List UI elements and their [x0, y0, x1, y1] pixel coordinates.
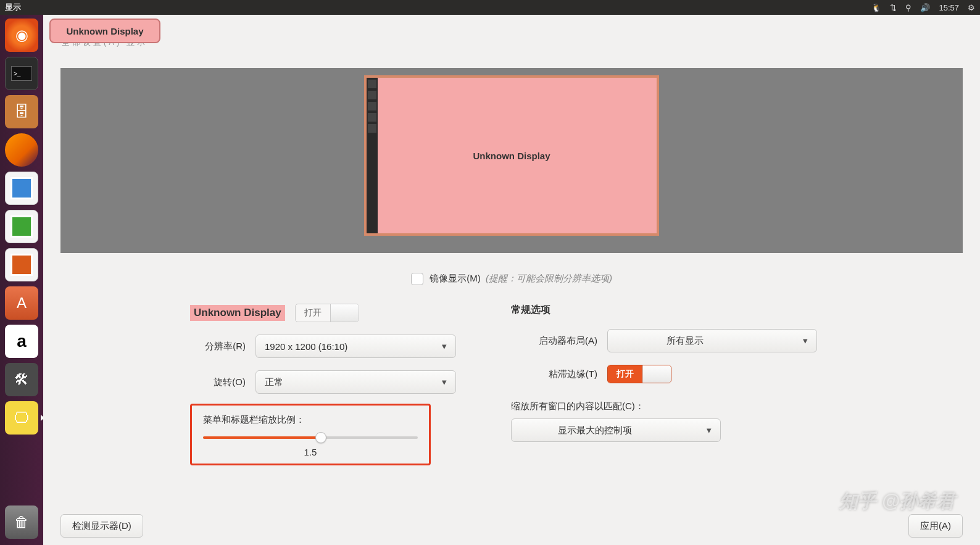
mirror-row: 镜像显示(M) (提醒：可能会限制分辨率选项)	[60, 273, 963, 285]
apply-button[interactable]: 应用(A)	[908, 514, 963, 538]
terminal-icon[interactable]: >_	[5, 57, 38, 90]
writer-icon[interactable]	[5, 172, 38, 205]
settings-body: 镜像显示(M) (提醒：可能会限制分辨率选项) Unknown Display …	[60, 262, 963, 508]
network-icon[interactable]: ⇅	[890, 3, 897, 12]
displays-window: Unknown Display 全部设置(A) 显示 Unknown Displ…	[43, 15, 980, 545]
ui-scale-slider[interactable]	[203, 432, 418, 443]
trash-icon[interactable]: 🗑	[5, 505, 38, 539]
toggle-label: 打开	[608, 365, 642, 383]
unity-launcher: ◉ >_ 🗄 A a 🛠 🖵 🗑	[0, 15, 43, 545]
chevron-down-icon: ▾	[442, 341, 447, 352]
files-icon[interactable]: 🗄	[5, 95, 38, 128]
displays-icon[interactable]: 🖵	[5, 401, 38, 435]
bluetooth-icon[interactable]: ⚲	[905, 3, 911, 12]
sticky-edges-toggle[interactable]: 打开	[607, 365, 671, 383]
toggle-label: 打开	[296, 304, 330, 322]
sticky-edges-label: 粘滞边缘(T)	[511, 368, 597, 380]
software-center-icon[interactable]: A	[5, 286, 38, 320]
slider-thumb[interactable]	[315, 432, 326, 443]
mirror-hint: (提醒：可能会限制分辨率选项)	[486, 273, 612, 283]
per-display-column: Unknown Display 打开 分辨率(R) 1920 x 1200 (1…	[60, 304, 468, 465]
launcher-layout-value: 所有显示	[666, 335, 704, 347]
launcher-layout-dropdown[interactable]: 所有显示 ▾	[607, 329, 817, 352]
amazon-icon[interactable]: a	[5, 325, 38, 358]
selected-display-name: Unknown Display	[190, 305, 285, 321]
mirror-label: 镜像显示(M)	[430, 273, 481, 283]
display-arrangement-area[interactable]: Unknown Display	[60, 68, 963, 253]
system-settings-icon[interactable]: 🛠	[5, 363, 38, 396]
general-options-title: 常规选项	[511, 304, 832, 317]
monitor-preview-label: Unknown Display	[367, 151, 657, 161]
penguin-icon[interactable]: 🐧	[871, 3, 881, 12]
impress-icon[interactable]	[5, 248, 38, 281]
rotation-value: 正常	[265, 377, 283, 388]
resolution-dropdown[interactable]: 1920 x 1200 (16:10) ▾	[255, 335, 456, 358]
launcher-layout-label: 启动器布局(A)	[511, 335, 597, 347]
toggle-knob	[330, 304, 359, 322]
rotation-dropdown[interactable]: 正常 ▾	[255, 370, 456, 394]
display-enable-toggle[interactable]: 打开	[295, 304, 359, 322]
apply-label: 应用(A)	[920, 520, 951, 532]
dash-icon[interactable]: ◉	[5, 19, 38, 52]
toggle-knob	[642, 365, 671, 383]
chevron-down-icon: ▾	[707, 425, 712, 436]
system-tray: 🐧 ⇅ ⚲ 🔊 15:57 ⚙	[871, 3, 975, 12]
window-title: 显示	[5, 2, 21, 13]
general-options-column: 常规选项 启动器布局(A) 所有显示 ▾ 粘滞边缘(T) 打开	[511, 304, 832, 465]
resolution-label: 分辨率(R)	[190, 341, 246, 352]
volume-icon[interactable]: 🔊	[920, 3, 930, 12]
mirror-checkbox[interactable]	[411, 273, 423, 285]
scale-all-dropdown[interactable]: 显示最大的控制项 ▾	[511, 418, 721, 442]
scale-all-value: 显示最大的控制项	[558, 425, 632, 436]
ui-scale-label: 菜单和标题栏缩放比例：	[203, 414, 418, 426]
detect-displays-button[interactable]: 检测显示器(D)	[60, 514, 143, 538]
monitor-preview[interactable]: Unknown Display	[364, 75, 659, 236]
firefox-icon[interactable]	[5, 133, 38, 167]
ui-scale-value: 1.5	[203, 447, 418, 457]
ui-scale-section: 菜单和标题栏缩放比例： 1.5	[190, 404, 431, 465]
footer: 检测显示器(D) 应用(A)	[60, 514, 963, 538]
display-tab-chip[interactable]: Unknown Display	[49, 19, 160, 43]
calc-icon[interactable]	[5, 210, 38, 243]
detect-displays-label: 检测显示器(D)	[72, 520, 131, 532]
resolution-value: 1920 x 1200 (16:10)	[265, 341, 347, 352]
clock[interactable]: 15:57	[939, 3, 959, 12]
chevron-down-icon: ▾	[803, 335, 808, 346]
power-icon[interactable]: ⚙	[968, 3, 975, 12]
top-panel: 显示 🐧 ⇅ ⚲ 🔊 15:57 ⚙	[0, 0, 980, 15]
display-tab-label: Unknown Display	[66, 26, 143, 36]
rotation-label: 旋转(O)	[190, 377, 246, 388]
scale-all-label: 缩放所有窗口的内容以匹配(C)：	[511, 401, 832, 412]
chevron-down-icon: ▾	[442, 377, 447, 388]
